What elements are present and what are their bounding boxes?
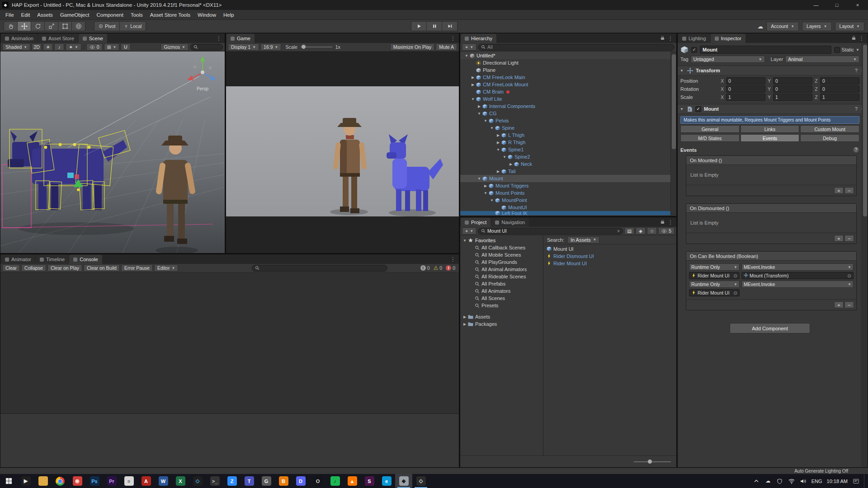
pivot-toggle-button[interactable]: Pivot — [94, 21, 120, 31]
add-component-button[interactable]: Add Component — [730, 323, 810, 333]
position-y-field[interactable]: 0 — [773, 77, 812, 84]
scene-effects-dropdown[interactable]: ✦▼ — [66, 43, 81, 51]
menu-tools[interactable]: Tools — [127, 10, 146, 19]
project-tab-navigation[interactable]: Navigation — [491, 218, 529, 227]
close-button[interactable]: × — [847, 0, 868, 10]
rotation-y-field[interactable]: 0 — [773, 85, 812, 93]
bottom-tab-console[interactable]: Console — [69, 255, 102, 264]
scene-viewport[interactable]: Persp — [0, 52, 225, 253]
transform-component-header[interactable]: ▼ Transform ?⚙ — [678, 66, 868, 75]
mute-audio-toggle[interactable]: Mute A — [436, 43, 457, 51]
favorite-all-playgrounds[interactable]: All PlayGrounds — [460, 258, 543, 266]
mount-nav-events-button[interactable]: Events — [741, 134, 800, 142]
taskbar-excel-icon[interactable]: X — [172, 474, 189, 488]
add-event-button[interactable]: + — [834, 235, 844, 242]
foldout-closed-icon[interactable]: ▶ — [470, 75, 476, 80]
taskbar-file-explorer-icon[interactable] — [34, 474, 52, 488]
mount-component-header[interactable]: ▼ # ✓ Mount ?⚙ — [678, 104, 868, 114]
lock-icon[interactable] — [852, 35, 856, 42]
info-count-badge[interactable]: !0 — [420, 265, 430, 271]
favorite-all-animal-animators[interactable]: All Animal Animators — [460, 266, 543, 273]
hierarchy-item-l-thigh[interactable]: ▶L Thigh — [460, 131, 676, 139]
layout-dropdown[interactable]: Layout▼ — [835, 22, 864, 31]
play-button[interactable] — [411, 21, 427, 31]
editor-dropdown[interactable]: Editor▼ — [154, 264, 178, 272]
foldout-open-icon[interactable]: ▼ — [489, 198, 495, 202]
taskbar-edge-icon[interactable]: e — [378, 474, 395, 488]
taskbar-blender-icon[interactable]: B — [275, 474, 292, 488]
scene-3d-canvas[interactable]: Persp — [0, 52, 225, 253]
rotate-tool-button[interactable] — [31, 21, 45, 31]
foldout-closed-icon[interactable]: ▶ — [495, 169, 501, 174]
position-z-field[interactable]: 0 — [820, 77, 859, 84]
2d-toggle-button[interactable]: 2D — [32, 43, 42, 51]
console-error-pause-button[interactable]: Error Pause — [121, 264, 153, 272]
windows-start-icon[interactable] — [0, 474, 17, 488]
taskbar-pdf-reader-icon[interactable]: A — [137, 474, 155, 488]
shield-icon[interactable] — [776, 479, 783, 484]
help-icon[interactable]: ? — [855, 68, 858, 74]
event-target-field[interactable]: Rider Mount UI ⊙ — [689, 289, 740, 296]
foldout-closed-icon[interactable]: ▶ — [495, 141, 501, 145]
favorite-all-rideable-scenes[interactable]: All Rideable Scenes — [460, 273, 543, 280]
console-log-list[interactable] — [0, 272, 459, 414]
language-indicator[interactable]: ENG — [811, 479, 822, 484]
scale-y-field[interactable]: 1 — [773, 94, 812, 101]
hierarchy-item-untitled[interactable]: ▼Untitled* — [460, 52, 676, 59]
taskbar-zoom-icon[interactable]: Z — [223, 474, 241, 488]
hierarchy-item-neck[interactable]: ▶Neck — [460, 160, 676, 168]
error-count-badge[interactable]: !0 — [446, 265, 455, 271]
hierarchy-item-cm-freelook-mount[interactable]: ▶CM FreeLook Mount› — [460, 81, 676, 88]
auto-generate-lighting-status[interactable]: Auto Generate Lighting Off — [794, 469, 848, 474]
hierarchy-item-spine[interactable]: ▼Spine — [460, 124, 676, 131]
console-collapse-button[interactable]: Collapse — [21, 264, 46, 272]
bottom-tab-animator[interactable]: Animator — [1, 255, 35, 264]
project-tab-project[interactable]: Project — [461, 218, 491, 227]
position-x-field[interactable]: 0 — [726, 77, 765, 84]
scale-x-field[interactable]: 1 — [726, 94, 765, 101]
taskbar-slack-icon[interactable]: S — [361, 474, 378, 488]
mount-nav-custom-mount-button[interactable]: Custom Mount — [800, 125, 859, 133]
tag-dropdown[interactable]: Untagged▼ — [691, 56, 765, 63]
remove-event-button[interactable]: − — [844, 301, 854, 308]
lock-icon[interactable] — [660, 219, 665, 225]
hierarchy-item-spine2[interactable]: ▼Spine2 — [460, 153, 676, 160]
rotation-x-field[interactable]: 0 — [726, 85, 765, 93]
maximize-on-play-toggle[interactable]: Maximize On Play — [390, 43, 435, 51]
menu-gameobject[interactable]: GameObject — [57, 10, 93, 19]
favorite-all-animators[interactable]: All Animators — [460, 287, 543, 295]
aspect-ratio-dropdown[interactable]: 16:9▼ — [260, 43, 281, 51]
foldout-open-icon[interactable]: ▼ — [476, 112, 482, 116]
active-checkbox[interactable]: ✓ — [691, 47, 697, 53]
help-icon[interactable]: ? — [855, 106, 858, 112]
move-tool-button[interactable] — [17, 21, 31, 31]
rect-tool-button[interactable] — [58, 21, 72, 31]
scene-visibility-toggle[interactable]: 0 — [86, 43, 103, 51]
event-mode-dropdown[interactable]: Runtime Only▼ — [689, 263, 740, 271]
hierarchy-item-left-foot-ik[interactable]: Left Foot IK — [460, 211, 676, 215]
mount-nav-m-d-states-button[interactable]: M/D States — [680, 134, 740, 142]
taskbar-obs-icon[interactable]: O — [309, 474, 326, 488]
grid-settings-dropdown[interactable]: ⊞▼ — [104, 43, 120, 51]
favorite-all-scenes[interactable]: All Scenes — [460, 295, 543, 302]
mount-nav-general-button[interactable]: General — [680, 125, 740, 133]
hierarchy-item-r-thigh[interactable]: ▶R Thigh — [460, 139, 676, 146]
inspector-tab-inspector[interactable]: Inspector — [711, 34, 745, 43]
chevron-up-icon[interactable] — [753, 479, 760, 483]
icon-size-slider[interactable] — [634, 461, 671, 462]
menu-help[interactable]: Help — [220, 10, 238, 19]
game-tab-game[interactable]: Game — [226, 34, 255, 43]
layer-dropdown[interactable]: Animal▼ — [785, 56, 859, 63]
taskbar-terminal-icon[interactable]: >_ — [206, 474, 223, 488]
scene-tab-asset-store[interactable]: Asset Store — [38, 34, 78, 43]
mount-nav-debug-button[interactable]: Debug — [800, 134, 859, 142]
search-by-type-icon[interactable]: ▤ — [624, 227, 634, 235]
pause-button[interactable] — [426, 21, 442, 31]
cloud-icon[interactable]: ☁ — [764, 478, 772, 484]
maximize-button[interactable]: □ — [826, 0, 847, 10]
menu-edit[interactable]: Edit — [18, 10, 34, 19]
hierarchy-item-mount[interactable]: ▼Mount — [460, 175, 676, 182]
kebab-menu-icon[interactable]: ⋮ — [668, 219, 673, 225]
foldout-open-icon[interactable]: ▼ — [502, 155, 507, 159]
create-object-button[interactable]: +▼ — [462, 43, 476, 51]
